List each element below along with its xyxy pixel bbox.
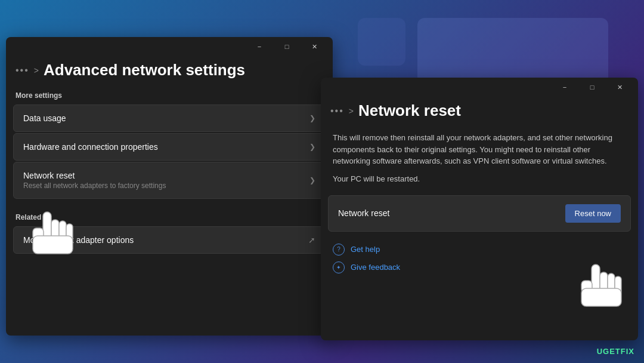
network-reset-description: This will remove then reinstall all your… <box>321 127 638 174</box>
network-reset-title: Network reset <box>23 171 166 180</box>
page-title-right: Network reset <box>358 101 461 120</box>
help-section: ? Get help ✦ Give feedback <box>321 234 638 273</box>
reset-now-button[interactable]: Reset now <box>565 204 621 223</box>
maximize-button-right[interactable]: □ <box>578 78 606 97</box>
chevron-right-icon-3: ❯ <box>309 176 315 184</box>
more-adapter-item[interactable]: More network adapter options ➚ <box>13 226 326 254</box>
hardware-connection-title: Hardware and connection properties <box>23 142 158 152</box>
give-feedback-icon: ✦ <box>333 262 345 273</box>
network-reset-subtitle: Reset all network adapters to factory se… <box>23 182 166 190</box>
nav-arrow-left[interactable]: > <box>34 66 39 75</box>
watermark-suffix: FIX <box>621 347 634 356</box>
nav-dots-left[interactable]: ••• <box>16 65 29 76</box>
get-help-icon: ? <box>333 244 345 256</box>
chevron-right-icon-2: ❯ <box>309 143 315 151</box>
maximize-button-left[interactable]: □ <box>273 37 301 56</box>
close-button-right[interactable]: ✕ <box>606 78 633 97</box>
get-help-link[interactable]: Get help <box>351 245 380 254</box>
window-header-left: ••• > Advanced network settings <box>6 56 333 87</box>
minimize-button-right[interactable]: − <box>551 78 578 97</box>
nav-arrow-right[interactable]: > <box>349 106 354 116</box>
get-help-item[interactable]: ? Get help <box>333 244 626 256</box>
nav-dots-right[interactable]: ••• <box>330 106 344 116</box>
restart-notice: Your PC will be restarted. <box>321 174 638 193</box>
titlebar-left: − □ ✕ <box>6 37 333 56</box>
minimize-button-left[interactable]: − <box>246 37 273 56</box>
page-title-left: Advanced network settings <box>44 61 245 79</box>
network-reset-row: Network reset Reset now <box>328 195 631 232</box>
watermark: UGETFIX <box>597 347 634 356</box>
data-usage-title: Data usage <box>23 113 66 123</box>
chevron-right-icon: ❯ <box>309 114 315 122</box>
give-feedback-link[interactable]: Give feedback <box>351 263 400 272</box>
network-reset-row-label: Network reset <box>338 208 389 218</box>
watermark-prefix: UGET <box>597 347 621 356</box>
close-button-left[interactable]: ✕ <box>301 37 328 56</box>
hardware-connection-content: Hardware and connection properties <box>23 142 158 152</box>
window-header-right: ••• > Network reset <box>321 97 638 127</box>
network-reset-content: Network reset Reset all network adapters… <box>23 171 166 190</box>
advanced-network-settings-window: − □ ✕ ••• > Advanced network settings Mo… <box>6 37 333 336</box>
data-usage-item[interactable]: Data usage ❯ <box>13 104 326 132</box>
network-reset-item[interactable]: Network reset Reset all network adapters… <box>13 162 326 199</box>
hardware-connection-item[interactable]: Hardware and connection properties ❯ <box>13 133 326 161</box>
network-reset-window: − □ ✕ ••• > Network reset This will remo… <box>321 78 638 340</box>
titlebar-right: − □ ✕ <box>321 78 638 97</box>
related-label: Related <box>6 208 333 225</box>
more-settings-label: More settings <box>6 87 333 103</box>
external-link-icon: ➚ <box>308 235 315 245</box>
more-adapter-title: More network adapter options <box>23 235 134 245</box>
more-adapter-content: More network adapter options <box>23 235 134 245</box>
data-usage-content: Data usage <box>23 113 66 123</box>
give-feedback-item[interactable]: ✦ Give feedback <box>333 262 626 273</box>
bg-decoration-2 <box>358 18 405 66</box>
